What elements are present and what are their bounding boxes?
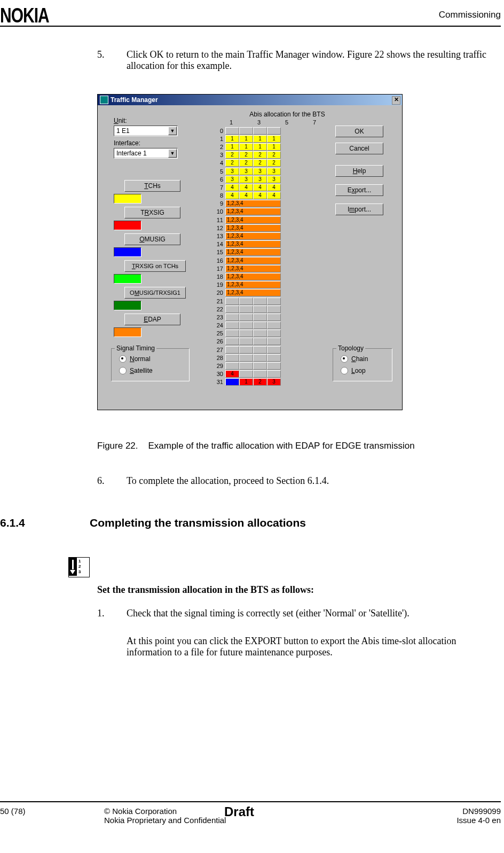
grid-cell[interactable] [267,330,281,337]
grid-cell[interactable]: 1 [239,378,253,386]
grid-cell[interactable] [225,338,239,345]
grid-cell[interactable] [239,370,253,378]
grid-cell[interactable] [225,362,239,370]
grid-cell[interactable]: 1 [267,135,281,143]
grid-cell[interactable]: 1 [267,143,281,151]
grid-cell[interactable] [267,338,281,345]
omu-trx-button[interactable]: OMUSIG/TRXSIG1 [124,287,186,299]
grid-cell[interactable]: 3 [267,168,281,175]
grid-cell[interactable]: 1 [225,135,239,143]
grid-cell[interactable] [225,314,239,321]
grid-cell[interactable]: 1,2,3,4 [225,265,281,272]
grid-cell[interactable] [253,127,267,135]
grid-cell[interactable]: 4 [267,192,281,199]
grid-cell[interactable] [253,354,267,362]
ok-button[interactable]: OK [335,126,383,137]
grid-cell[interactable] [239,306,253,313]
grid-cell[interactable] [239,338,253,345]
grid-cell[interactable] [239,314,253,321]
chevron-down-icon[interactable]: ▼ [168,127,177,135]
grid-cell[interactable]: 3 [253,168,267,175]
grid-cell[interactable]: 1,2,3,4 [225,281,281,288]
grid-cell[interactable]: 4 [253,184,267,191]
grid-cell[interactable]: 1,2,3,4 [225,200,281,207]
grid-cell[interactable]: 1,2,3,4 [225,248,281,256]
grid-cell[interactable] [225,322,239,329]
trx-on-tchs-button[interactable]: TRXSIG on TCHs [124,260,186,272]
grid-cell[interactable]: 2 [267,151,281,159]
window-titlebar[interactable]: Traffic Manager ✕ [98,95,402,105]
grid-cell[interactable]: 4 [253,192,267,199]
grid-cell[interactable] [267,127,281,135]
grid-cell[interactable] [267,346,281,354]
grid-cell[interactable]: 1,2,3,4 [225,224,281,232]
import-button[interactable]: Import... [335,204,383,215]
grid-cell[interactable]: 4 [239,192,253,199]
chain-radio[interactable]: Chain [341,355,368,363]
grid-cell[interactable] [253,322,267,329]
grid-cell[interactable] [239,127,253,135]
grid-cell[interactable]: 1,2,3,4 [225,240,281,248]
grid-cell[interactable]: 2 [253,159,267,167]
grid-cell[interactable]: 2 [239,151,253,159]
grid-cell[interactable] [267,370,281,378]
grid-cell[interactable] [225,306,239,313]
help-button[interactable]: Help [335,165,383,177]
grid-cell[interactable]: 3 [225,176,239,183]
grid-cell[interactable]: 1 [239,143,253,151]
normal-radio[interactable]: Normal [119,355,151,363]
grid-cell[interactable] [267,362,281,370]
grid-cell[interactable]: 1 [239,135,253,143]
grid-cell[interactable] [225,127,239,135]
chevron-down-icon[interactable]: ▼ [168,149,177,158]
grid-cell[interactable]: 3 [239,176,253,183]
grid-cell[interactable]: 3 [239,168,253,175]
unit-combo[interactable]: 1 E1 ▼ [114,126,178,136]
edap-button[interactable]: EDAP [124,314,180,325]
grid-cell[interactable] [239,346,253,354]
grid-cell[interactable] [225,346,239,354]
grid-cell[interactable] [239,330,253,337]
grid-cell[interactable]: 4 [267,184,281,191]
grid-cell[interactable]: 3 [225,168,239,175]
grid-cell[interactable]: 3 [253,176,267,183]
grid-cell[interactable] [253,330,267,337]
grid-cell[interactable] [239,322,253,329]
grid-cell[interactable] [239,362,253,370]
grid-cell[interactable]: 4 [225,192,239,199]
grid-cell[interactable] [267,298,281,305]
grid-cell[interactable] [267,306,281,313]
grid-cell[interactable]: 1 [253,135,267,143]
grid-cell[interactable]: 1 [253,143,267,151]
grid-cell[interactable]: 2 [225,151,239,159]
grid-cell[interactable] [239,298,253,305]
trxsig-button[interactable]: TRXSIG [124,207,180,218]
grid-cell[interactable] [239,354,253,362]
grid-cell[interactable] [267,314,281,321]
satellite-radio[interactable]: Satellite [119,367,153,374]
grid-cell[interactable]: 1,2,3,4 [225,216,281,224]
grid-cell[interactable]: 1,2,3,4 [225,257,281,264]
grid-cell[interactable] [253,370,267,378]
grid-cell[interactable] [253,306,267,313]
grid-cell[interactable] [253,338,267,345]
grid-cell[interactable]: 2 [267,159,281,167]
close-button[interactable]: ✕ [392,96,400,105]
export-button[interactable]: Export... [335,184,383,196]
grid-cell[interactable] [267,322,281,329]
grid-cell[interactable]: 4 [239,184,253,191]
grid-cell[interactable] [225,298,239,305]
grid-cell[interactable]: 2 [253,151,267,159]
grid-cell[interactable]: 2 [253,378,267,386]
grid-cell[interactable]: 1,2,3,4 [225,273,281,280]
tchs-button[interactable]: TCHs [124,180,180,192]
grid-cell[interactable]: 3 [267,176,281,183]
grid-cell[interactable] [253,346,267,354]
grid-cell[interactable]: 4 [225,370,239,378]
grid-cell[interactable] [267,354,281,362]
grid-cell[interactable]: 3 [267,378,281,386]
grid-cell[interactable]: 2 [225,159,239,167]
omusig-button[interactable]: OMUSIG [124,233,180,245]
grid-cell[interactable]: 1,2,3,4 [225,208,281,215]
loop-radio[interactable]: Loop [341,367,366,374]
